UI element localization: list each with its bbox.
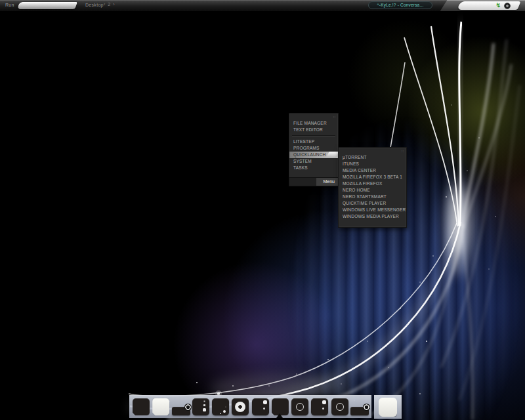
desktop-label: Desktop	[85, 3, 104, 7]
dock-slot	[132, 397, 150, 417]
quicklaunch-submenu: ∷ µTORRENTITUNESMEDIA CENTERMOZILLA FIRE…	[338, 147, 407, 228]
submenu-item-quicktime-player[interactable]: QUICKTIME PLAYER	[339, 200, 406, 207]
menu-item-litestep[interactable]: LITESTEP	[289, 138, 338, 145]
menu-item-system[interactable]: SYSTEM	[289, 158, 338, 165]
run-label: Run	[5, 3, 14, 7]
camera-icon[interactable]	[252, 398, 269, 415]
dock-side-tile	[374, 395, 402, 419]
menu-item-quicklaunch[interactable]: QUICKLAUNCH	[289, 152, 338, 158]
disc-icon[interactable]	[232, 398, 249, 415]
ring-icon-2[interactable]	[331, 398, 348, 415]
menu-item-list: FILE MANAGERTEXT EDITORLITESTEPPROGRAMSQ…	[289, 120, 338, 171]
dock-active-indicator-arrow	[276, 413, 283, 418]
submenu-item-torrent[interactable]: µTORRENT	[339, 154, 406, 161]
dock-bar	[129, 395, 371, 418]
media-bar-icon-2[interactable]	[350, 407, 369, 415]
submenu-item-nero-home[interactable]: NERO HOME	[339, 187, 406, 194]
media-bar-icon[interactable]	[172, 407, 190, 415]
submenu-grip-icon: ∷	[339, 148, 406, 154]
dock-slot	[152, 397, 170, 417]
menu-separator	[292, 135, 335, 136]
menu-footer-label: Menu	[289, 177, 338, 186]
messenger-tray-icon[interactable]: ↯	[495, 3, 501, 9]
submenu-item-media-center[interactable]: MEDIA CENTER	[339, 167, 406, 174]
wallpaper-light-streaks	[0, 0, 525, 420]
submenu-item-nero-startsmart[interactable]: NERO STARTSMART	[339, 194, 406, 200]
submenu-item-list: µTORRENTITUNESMEDIA CENTERMOZILLA FIREFO…	[339, 154, 406, 220]
run-input[interactable]	[17, 2, 77, 9]
dock-slot	[192, 397, 210, 417]
dock-slot	[172, 397, 190, 417]
popup-menu: ∷ FILE MANAGERTEXT EDITORLITESTEPPROGRAM…	[289, 113, 339, 186]
menu-item-file-manager[interactable]: FILE MANAGER	[289, 120, 338, 127]
menu-item-programs[interactable]: PROGRAMS	[289, 145, 338, 152]
menu-grip-icon: ∷	[289, 114, 338, 120]
task-button[interactable]: ^-KyLe.!? - Conversa...	[368, 1, 432, 9]
stacked-dots-icon[interactable]	[192, 398, 209, 415]
folder-dark-icon[interactable]	[133, 398, 150, 415]
desktop-pager: ‹ 2 ›	[104, 2, 115, 7]
desktop-screen: Run Desktop ‹ 2 › ^-KyLe.!? - Conversa..…	[0, 0, 525, 420]
wallpaper	[0, 0, 525, 420]
menu-item-tasks[interactable]: TASKS	[289, 165, 338, 171]
dock-slot	[350, 397, 369, 417]
menu-item-text-editor[interactable]: TEXT EDITOR	[289, 127, 338, 133]
round-tray-icon[interactable]	[504, 3, 511, 9]
dock-slot	[331, 397, 349, 417]
ring-icon[interactable]	[291, 398, 308, 415]
dock-slot	[231, 397, 249, 417]
system-tray: ↯	[457, 1, 520, 10]
pager-number: 2	[108, 2, 110, 7]
dock-slot	[291, 397, 309, 417]
folder-light-icon[interactable]	[152, 398, 169, 415]
dock-slot	[211, 397, 230, 417]
submenu-item-mozilla-firefox-3-beta-1[interactable]: MOZILLA FIREFOX 3 BETA 1	[339, 174, 406, 180]
dock-slot	[251, 397, 270, 417]
corner-dots-icon[interactable]	[212, 398, 229, 415]
camera-icon-2[interactable]	[311, 398, 328, 415]
submenu-item-mozilla-firefox[interactable]: MOZILLA FIREFOX	[339, 180, 406, 187]
submenu-item-itunes[interactable]: ITUNES	[339, 161, 406, 167]
pager-next-button[interactable]: ›	[113, 2, 114, 7]
pager-prev-button[interactable]: ‹	[104, 2, 105, 7]
submenu-item-windows-live-messenger[interactable]: WINDOWS LIVE MESSENGER	[339, 207, 406, 213]
submenu-item-windows-media-player[interactable]: WINDOWS MEDIA PLAYER	[339, 213, 406, 220]
top-bar: Run Desktop ‹ 2 › ^-KyLe.!? - Conversa..…	[0, 0, 525, 12]
notes-icon[interactable]	[379, 398, 397, 417]
dock-slot	[310, 397, 329, 417]
